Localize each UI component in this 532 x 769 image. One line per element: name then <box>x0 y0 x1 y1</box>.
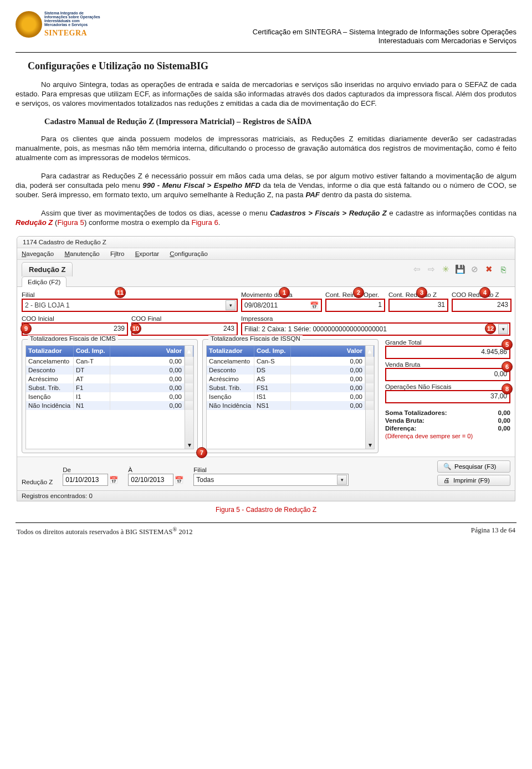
sintegra-logo-icon <box>16 11 42 38</box>
paragraph: No arquivo Sintegra, todas as operações … <box>16 80 516 108</box>
table-row[interactable]: CancelamentoCan-S0,00 <box>207 357 374 366</box>
page-footer: Todos os direitos autorais reservados à … <box>16 526 516 536</box>
table-row[interactable]: IsençãoI10,00 <box>26 392 193 401</box>
callout-badge-1: 1 <box>279 287 290 298</box>
callout-badge-2: 2 <box>353 287 364 298</box>
groupbox-issqn: 7 Totalizadores Fiscais de ISSQN Totaliz… <box>202 339 378 453</box>
icms-grid[interactable]: Totalizador Cod. Imp. Valor ▴ Cancelamen… <box>25 345 194 449</box>
menu-configuracao[interactable]: Configuração <box>170 250 207 257</box>
callout-badge-6: 6 <box>502 361 513 372</box>
callout-badge-3: 3 <box>416 287 427 298</box>
table-row[interactable]: DescontoDS0,00 <box>207 366 374 375</box>
menu-exportar[interactable]: Exportar <box>135 250 159 257</box>
menu-manutencao[interactable]: Manutenção <box>64 250 99 257</box>
callout-badge-5: 5 <box>502 339 513 350</box>
scroll-up-icon[interactable]: ▴ <box>365 346 374 357</box>
impressora-label: Impressora <box>241 315 510 322</box>
filial-label: Filial <box>22 291 238 298</box>
save-icon[interactable]: 💾 <box>454 263 466 275</box>
app-window: 1174 Cadastro de Redução Z NNavegaçãoave… <box>17 236 515 501</box>
venda-bruta-label: Venda Bruta <box>385 361 510 368</box>
section-title: Configurações e Utilização no SistemaBIG <box>16 60 516 72</box>
coo-inicial-input[interactable]: 239 <box>22 322 128 336</box>
new-icon[interactable]: ✳ <box>439 263 452 275</box>
filter-filial-label: Filial <box>193 466 349 473</box>
header-rule <box>16 52 516 53</box>
callout-badge-4: 4 <box>479 287 490 298</box>
table-row[interactable]: CancelamentoCan-T0,00 <box>26 357 193 366</box>
cro-input[interactable]: 1 <box>325 299 385 312</box>
header-subtitle: Certificação em SINTEGRA – Sistema Integ… <box>107 11 516 45</box>
page-header: Sistema Integrado de Informações sobre O… <box>16 11 516 50</box>
back-icon[interactable]: ⇦ <box>411 263 423 275</box>
tab-edicao[interactable]: Edição (F2) <box>22 276 66 287</box>
movimento-dia-input[interactable]: 09/08/2011 📅 <box>241 299 322 312</box>
callout-badge-9: 9 <box>21 323 32 334</box>
col-totalizador: Totalizador <box>207 346 254 357</box>
table-row[interactable]: AcréscimoAT0,00 <box>26 375 193 383</box>
menu-navegacao[interactable]: NNavegaçãoavegação <box>22 250 54 257</box>
impressora-select[interactable]: Filial: 2 Caixa: 1 Série: 00000000000000… <box>241 322 510 336</box>
callout-badge-11: 11 <box>115 287 126 298</box>
issqn-grid[interactable]: Totalizador Cod. Imp. Valor ▴ Cancelamen… <box>206 345 375 449</box>
cancel-icon[interactable]: ⊘ <box>468 263 480 275</box>
filter-a-input[interactable]: 📅 <box>128 474 183 486</box>
table-row[interactable]: AcréscimoAS0,00 <box>207 375 374 383</box>
exit-icon[interactable]: ⎘ <box>497 263 509 275</box>
callout-badge-8: 8 <box>502 383 513 394</box>
table-row[interactable]: Subst. Trib.FS10,00 <box>207 383 374 392</box>
table-row[interactable]: Não IncidênciaN10,00 <box>26 401 193 410</box>
window-titlebar: 1174 Cadastro de Redução Z <box>17 237 515 248</box>
venda-bruta-input[interactable]: 0,00 <box>385 368 510 381</box>
chevron-down-icon[interactable]: ▾ <box>498 324 508 334</box>
table-row[interactable]: DescontoDT0,00 <box>26 366 193 375</box>
col-valor: Valor <box>291 346 365 357</box>
status-bar: Registros encontrados: 0 <box>17 490 515 501</box>
menu-bar: NNavegaçãoavegação Manutenção Filtro Exp… <box>17 248 515 260</box>
chevron-down-icon[interactable]: ▾ <box>337 475 347 485</box>
delete-icon[interactable]: ✖ <box>483 263 495 275</box>
logo-small-text: Sistema Integrado de Informações sobre O… <box>44 11 103 27</box>
paragraph: Para os clientes que ainda possuem model… <box>16 134 516 162</box>
callout-badge-10: 10 <box>130 323 141 334</box>
forward-icon[interactable]: ⇨ <box>425 263 437 275</box>
table-row[interactable]: IsençãoIS10,00 <box>207 392 374 401</box>
filter-filial-select[interactable]: Todas ▾ <box>193 474 349 486</box>
col-totalizador: Totalizador <box>26 346 74 357</box>
col-cod-imp: Cod. Imp. <box>254 346 291 357</box>
menu-filtro[interactable]: Filtro <box>110 250 125 257</box>
difference-warning: (Diferença deve sempre ser = 0) <box>385 433 510 439</box>
totals-panel: 5 Grande Total 4.945,86 6 Venda Bruta 0,… <box>383 339 510 439</box>
table-row[interactable]: Não IncidênciaNS10,00 <box>207 401 374 410</box>
coo-rz-input[interactable]: 243 <box>452 299 511 312</box>
callout-badge-7: 7 <box>196 447 207 458</box>
col-valor: Valor <box>110 346 185 357</box>
printer-icon: 🖨 <box>443 477 450 484</box>
callout-badge-12: 12 <box>485 323 496 334</box>
table-row[interactable]: Subst. Trib.F10,00 <box>26 383 193 392</box>
filter-a-label: À <box>128 466 183 473</box>
calendar-icon[interactable]: 📅 <box>175 476 183 484</box>
figure-caption: Figura 5 - Cadastro de Redução Z <box>16 506 516 514</box>
calendar-icon[interactable]: 📅 <box>310 301 319 310</box>
search-button[interactable]: 🔍 Pesquisar (F3) <box>437 460 510 473</box>
subheading: Cadastro Manual de Redução Z (Impressora… <box>16 117 516 126</box>
grande-total-input[interactable]: 4.945,86 <box>385 346 510 359</box>
coo-final-input[interactable]: 243 <box>131 322 238 336</box>
chevron-down-icon[interactable]: ▾ <box>226 300 236 310</box>
filter-de-label: De <box>63 466 118 473</box>
logo-block: Sistema Integrado de Informações sobre O… <box>16 11 103 38</box>
paragraph: Assim que tiver as movimentações de todo… <box>16 208 516 227</box>
filter-bar: Redução Z De 📅 À 📅 Filial Todas <box>17 457 515 490</box>
filter-de-input[interactable]: 📅 <box>63 474 118 486</box>
calendar-icon[interactable]: 📅 <box>109 476 118 484</box>
filial-select[interactable]: 2 - BIG LOJA 1 ▾ <box>22 299 238 312</box>
print-button[interactable]: 🖨 Imprimir (F9) <box>437 475 510 486</box>
magnifier-icon: 🔍 <box>443 463 451 470</box>
scroll-up-icon[interactable]: ▴ <box>185 346 193 357</box>
form-area: 11 Filial 2 - BIG LOJA 1 ▾ 1 Movimento d… <box>17 286 515 457</box>
module-tab-reducao-z[interactable]: Redução Z <box>22 262 73 276</box>
op-nao-fiscais-input[interactable]: 37,00 <box>385 390 510 403</box>
paragraph: Para cadastrar as Reduções Z é necessári… <box>16 171 516 199</box>
crz-input[interactable]: 31 <box>388 299 448 312</box>
